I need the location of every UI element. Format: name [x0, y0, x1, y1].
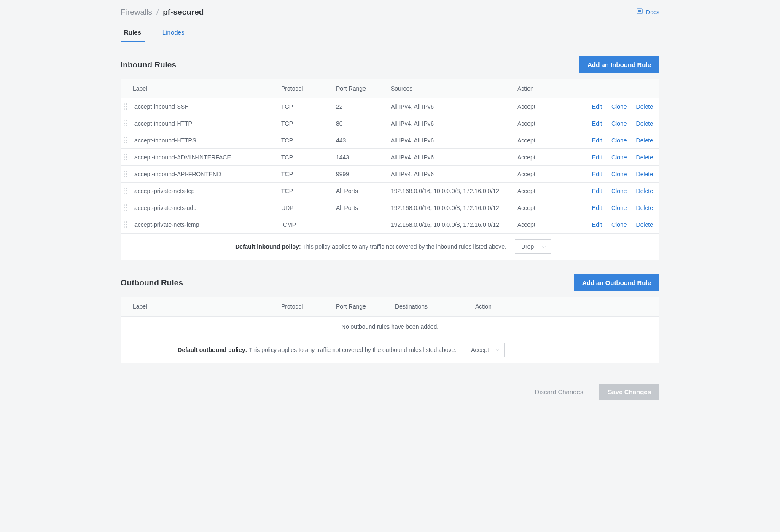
- col-header-label: Label: [121, 297, 277, 316]
- inbound-policy-select[interactable]: Drop: [515, 239, 551, 254]
- edit-link[interactable]: Edit: [592, 154, 602, 161]
- table-row: accept-inbound-SSHTCP22All IPv4, All IPv…: [121, 98, 659, 115]
- rule-action: Accept: [513, 167, 555, 182]
- rule-label: accept-inbound-API-FRONTEND: [130, 167, 277, 182]
- inbound-table-header: Label Protocol Port Range Sources Action: [121, 79, 659, 98]
- docs-label: Docs: [646, 9, 659, 16]
- clone-link[interactable]: Clone: [611, 154, 627, 161]
- drag-handle-icon[interactable]: [121, 137, 130, 144]
- breadcrumb-parent[interactable]: Firewalls: [121, 8, 152, 17]
- outbound-policy-value: Accept: [471, 347, 489, 353]
- rule-label: accept-inbound-SSH: [130, 99, 277, 114]
- delete-link[interactable]: Delete: [636, 221, 653, 228]
- docs-link[interactable]: Docs: [636, 8, 659, 16]
- table-row: accept-inbound-HTTPTCP80All IPv4, All IP…: [121, 115, 659, 132]
- outbound-title: Outbound Rules: [121, 278, 183, 287]
- chevron-down-icon: [495, 347, 500, 352]
- rule-protocol: TCP: [277, 167, 332, 182]
- page-title: pf-secured: [163, 8, 204, 17]
- col-header-sources: Sources: [387, 79, 513, 98]
- add-outbound-rule-button[interactable]: Add an Outbound Rule: [574, 274, 659, 291]
- tab-rules[interactable]: Rules: [121, 24, 145, 42]
- col-header-port: Port Range: [332, 79, 387, 98]
- table-row: accept-inbound-ADMIN-INTERFACETCP1443All…: [121, 149, 659, 166]
- rule-sources: 192.168.0.0/16, 10.0.0.0/8, 172.16.0.0/1…: [387, 217, 513, 232]
- edit-link[interactable]: Edit: [592, 171, 602, 177]
- outbound-policy-text: This policy applies to any traffic not c…: [249, 347, 456, 353]
- rule-port: All Ports: [332, 183, 387, 199]
- tab-linodes[interactable]: Linodes: [159, 24, 188, 42]
- rule-sources: 192.168.0.0/16, 10.0.0.0/8, 172.16.0.0/1…: [387, 183, 513, 199]
- table-row: accept-private-nets-tcpTCPAll Ports192.1…: [121, 183, 659, 199]
- rule-action: Accept: [513, 183, 555, 199]
- col-header-action: Action: [513, 79, 555, 98]
- rule-action: Accept: [513, 99, 555, 114]
- drag-handle-icon[interactable]: [121, 171, 130, 177]
- col-header-port: Port Range: [332, 297, 391, 316]
- rule-protocol: TCP: [277, 183, 332, 199]
- clone-link[interactable]: Clone: [611, 221, 627, 228]
- edit-link[interactable]: Edit: [592, 188, 602, 194]
- rule-action: Accept: [513, 133, 555, 148]
- col-header-label: Label: [121, 79, 277, 98]
- rule-sources: All IPv4, All IPv6: [387, 133, 513, 148]
- rule-label: accept-inbound-HTTP: [130, 116, 277, 131]
- drag-handle-icon[interactable]: [121, 154, 130, 161]
- rule-sources: 192.168.0.0/16, 10.0.0.0/8, 172.16.0.0/1…: [387, 200, 513, 215]
- rule-action: Accept: [513, 200, 555, 215]
- rule-port: 80: [332, 116, 387, 131]
- drag-handle-icon[interactable]: [121, 221, 130, 228]
- delete-link[interactable]: Delete: [636, 204, 653, 211]
- drag-handle-icon[interactable]: [121, 204, 130, 211]
- edit-link[interactable]: Edit: [592, 204, 602, 211]
- inbound-policy-label: Default inbound policy:: [235, 243, 301, 250]
- rule-sources: All IPv4, All IPv6: [387, 150, 513, 165]
- clone-link[interactable]: Clone: [611, 204, 627, 211]
- save-changes-button[interactable]: Save Changes: [599, 384, 659, 400]
- rule-protocol: UDP: [277, 200, 332, 215]
- edit-link[interactable]: Edit: [592, 221, 602, 228]
- inbound-policy-row: Default inbound policy: This policy appl…: [121, 234, 659, 260]
- discard-changes-button[interactable]: Discard Changes: [526, 384, 592, 400]
- rule-label: accept-private-nets-icmp: [130, 217, 277, 232]
- drag-handle-icon[interactable]: [121, 120, 130, 127]
- rule-protocol: TCP: [277, 150, 332, 165]
- chevron-down-icon: [541, 244, 546, 249]
- clone-link[interactable]: Clone: [611, 188, 627, 194]
- rule-action: Accept: [513, 116, 555, 131]
- clone-link[interactable]: Clone: [611, 103, 627, 110]
- table-row: accept-inbound-HTTPSTCP443All IPv4, All …: [121, 132, 659, 149]
- delete-link[interactable]: Delete: [636, 120, 653, 127]
- breadcrumb-separator: /: [156, 8, 159, 17]
- rule-port: 9999: [332, 167, 387, 182]
- col-header-protocol: Protocol: [277, 297, 332, 316]
- delete-link[interactable]: Delete: [636, 154, 653, 161]
- rule-action: Accept: [513, 217, 555, 232]
- delete-link[interactable]: Delete: [636, 137, 653, 144]
- outbound-policy-label: Default outbound policy:: [178, 347, 247, 353]
- rule-port: 1443: [332, 150, 387, 165]
- outbound-section: Outbound Rules Add an Outbound Rule Labe…: [121, 274, 659, 363]
- edit-link[interactable]: Edit: [592, 137, 602, 144]
- rule-sources: All IPv4, All IPv6: [387, 99, 513, 114]
- edit-link[interactable]: Edit: [592, 120, 602, 127]
- delete-link[interactable]: Delete: [636, 188, 653, 194]
- clone-link[interactable]: Clone: [611, 137, 627, 144]
- inbound-policy-text: This policy applies to any traffic not c…: [302, 243, 506, 250]
- clone-link[interactable]: Clone: [611, 171, 627, 177]
- drag-handle-icon[interactable]: [121, 188, 130, 194]
- delete-link[interactable]: Delete: [636, 103, 653, 110]
- rule-protocol: TCP: [277, 99, 332, 114]
- inbound-title: Inbound Rules: [121, 60, 176, 70]
- rule-sources: All IPv4, All IPv6: [387, 116, 513, 131]
- drag-handle-icon[interactable]: [121, 103, 130, 110]
- tab-bar: Rules Linodes: [121, 24, 659, 42]
- edit-link[interactable]: Edit: [592, 103, 602, 110]
- table-row: accept-inbound-API-FRONTENDTCP9999All IP…: [121, 166, 659, 183]
- delete-link[interactable]: Delete: [636, 171, 653, 177]
- inbound-policy-value: Drop: [521, 243, 534, 250]
- clone-link[interactable]: Clone: [611, 120, 627, 127]
- outbound-policy-select[interactable]: Accept: [465, 343, 505, 357]
- add-inbound-rule-button[interactable]: Add an Inbound Rule: [579, 56, 659, 73]
- table-row: accept-private-nets-icmpICMP192.168.0.0/…: [121, 216, 659, 233]
